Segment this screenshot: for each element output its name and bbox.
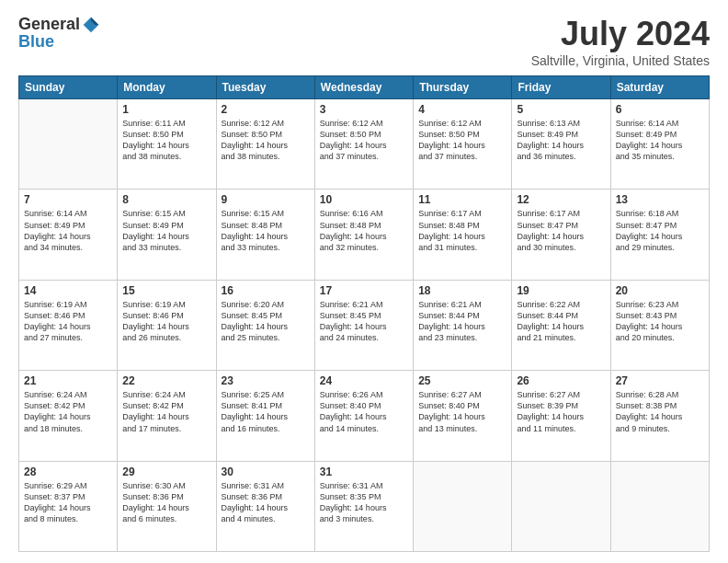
day-info: Sunrise: 6:17 AM Sunset: 8:47 PM Dayligh… <box>517 208 605 253</box>
table-row: 17Sunrise: 6:21 AM Sunset: 8:45 PM Dayli… <box>314 280 413 370</box>
day-number: 4 <box>418 103 506 116</box>
day-number: 18 <box>418 284 506 297</box>
day-number: 14 <box>24 284 112 297</box>
day-info: Sunrise: 6:21 AM Sunset: 8:44 PM Dayligh… <box>418 299 506 344</box>
day-info: Sunrise: 6:19 AM Sunset: 8:46 PM Dayligh… <box>24 299 112 344</box>
logo-blue-text: Blue <box>18 32 54 52</box>
day-number: 5 <box>517 103 605 116</box>
day-info: Sunrise: 6:20 AM Sunset: 8:45 PM Dayligh… <box>222 299 310 344</box>
day-info: Sunrise: 6:24 AM Sunset: 8:42 PM Dayligh… <box>122 389 210 434</box>
day-number: 8 <box>122 193 210 206</box>
table-row: 13Sunrise: 6:18 AM Sunset: 8:47 PM Dayli… <box>610 190 709 280</box>
day-info: Sunrise: 6:22 AM Sunset: 8:44 PM Dayligh… <box>517 299 605 344</box>
day-info: Sunrise: 6:19 AM Sunset: 8:46 PM Dayligh… <box>122 299 210 344</box>
table-row: 31Sunrise: 6:31 AM Sunset: 8:35 PM Dayli… <box>314 461 413 551</box>
table-row: 8Sunrise: 6:15 AM Sunset: 8:49 PM Daylig… <box>118 190 216 280</box>
day-info: Sunrise: 6:16 AM Sunset: 8:48 PM Dayligh… <box>320 208 408 253</box>
table-row: 14Sunrise: 6:19 AM Sunset: 8:46 PM Dayli… <box>19 280 118 370</box>
day-info: Sunrise: 6:15 AM Sunset: 8:49 PM Dayligh… <box>122 208 210 253</box>
day-info: Sunrise: 6:31 AM Sunset: 8:35 PM Dayligh… <box>320 480 408 525</box>
table-row: 27Sunrise: 6:28 AM Sunset: 8:38 PM Dayli… <box>610 371 709 461</box>
day-info: Sunrise: 6:23 AM Sunset: 8:43 PM Dayligh… <box>616 299 704 344</box>
table-row: 22Sunrise: 6:24 AM Sunset: 8:42 PM Dayli… <box>118 371 216 461</box>
table-row: 6Sunrise: 6:14 AM Sunset: 8:49 PM Daylig… <box>610 99 709 190</box>
col-saturday: Saturday <box>610 76 709 99</box>
day-number: 26 <box>517 374 605 387</box>
location: Saltville, Virginia, United States <box>531 53 710 68</box>
col-thursday: Thursday <box>414 76 512 99</box>
day-info: Sunrise: 6:12 AM Sunset: 8:50 PM Dayligh… <box>418 118 506 163</box>
day-number: 2 <box>222 103 310 116</box>
day-number: 28 <box>24 465 112 478</box>
day-number: 31 <box>320 465 408 478</box>
table-row: 12Sunrise: 6:17 AM Sunset: 8:47 PM Dayli… <box>512 190 610 280</box>
day-info: Sunrise: 6:12 AM Sunset: 8:50 PM Dayligh… <box>222 118 310 163</box>
day-info: Sunrise: 6:14 AM Sunset: 8:49 PM Dayligh… <box>616 118 704 163</box>
table-row: 25Sunrise: 6:27 AM Sunset: 8:40 PM Dayli… <box>414 371 512 461</box>
calendar-week-row: 21Sunrise: 6:24 AM Sunset: 8:42 PM Dayli… <box>19 371 710 461</box>
day-info: Sunrise: 6:31 AM Sunset: 8:36 PM Dayligh… <box>222 480 310 525</box>
day-number: 30 <box>222 465 310 478</box>
day-number: 25 <box>418 374 506 387</box>
col-monday: Monday <box>118 76 216 99</box>
day-number: 21 <box>24 374 112 387</box>
table-row: 1Sunrise: 6:11 AM Sunset: 8:50 PM Daylig… <box>118 99 216 190</box>
calendar-table: Sunday Monday Tuesday Wednesday Thursday… <box>18 75 710 552</box>
table-row: 26Sunrise: 6:27 AM Sunset: 8:39 PM Dayli… <box>512 371 610 461</box>
day-number: 10 <box>320 193 408 206</box>
table-row: 30Sunrise: 6:31 AM Sunset: 8:36 PM Dayli… <box>216 461 314 551</box>
calendar-week-row: 7Sunrise: 6:14 AM Sunset: 8:49 PM Daylig… <box>19 190 710 280</box>
col-tuesday: Tuesday <box>216 76 314 99</box>
day-number: 15 <box>122 284 210 297</box>
table-row: 9Sunrise: 6:15 AM Sunset: 8:48 PM Daylig… <box>216 190 314 280</box>
table-row <box>610 461 709 551</box>
col-wednesday: Wednesday <box>314 76 413 99</box>
col-friday: Friday <box>512 76 610 99</box>
day-number: 20 <box>616 284 704 297</box>
table-row: 21Sunrise: 6:24 AM Sunset: 8:42 PM Dayli… <box>19 371 118 461</box>
day-number: 16 <box>222 284 310 297</box>
day-number: 29 <box>122 465 210 478</box>
day-info: Sunrise: 6:17 AM Sunset: 8:48 PM Dayligh… <box>418 208 506 253</box>
table-row: 19Sunrise: 6:22 AM Sunset: 8:44 PM Dayli… <box>512 280 610 370</box>
day-number: 24 <box>320 374 408 387</box>
day-info: Sunrise: 6:26 AM Sunset: 8:40 PM Dayligh… <box>320 389 408 434</box>
day-number: 6 <box>616 103 704 116</box>
day-info: Sunrise: 6:24 AM Sunset: 8:42 PM Dayligh… <box>24 389 112 434</box>
logo-general-text: General <box>18 15 80 34</box>
table-row: 3Sunrise: 6:12 AM Sunset: 8:50 PM Daylig… <box>314 99 413 190</box>
day-info: Sunrise: 6:29 AM Sunset: 8:37 PM Dayligh… <box>24 480 112 525</box>
day-info: Sunrise: 6:12 AM Sunset: 8:50 PM Dayligh… <box>320 118 408 163</box>
day-info: Sunrise: 6:18 AM Sunset: 8:47 PM Dayligh… <box>616 208 704 253</box>
day-number: 11 <box>418 193 506 206</box>
day-number: 13 <box>616 193 704 206</box>
day-number: 1 <box>122 103 210 116</box>
day-info: Sunrise: 6:30 AM Sunset: 8:36 PM Dayligh… <box>122 480 210 525</box>
table-row <box>512 461 610 551</box>
calendar-week-row: 14Sunrise: 6:19 AM Sunset: 8:46 PM Dayli… <box>19 280 710 370</box>
col-sunday: Sunday <box>19 76 118 99</box>
day-number: 27 <box>616 374 704 387</box>
day-info: Sunrise: 6:27 AM Sunset: 8:40 PM Dayligh… <box>418 389 506 434</box>
calendar-header-row: Sunday Monday Tuesday Wednesday Thursday… <box>19 76 710 99</box>
table-row: 5Sunrise: 6:13 AM Sunset: 8:49 PM Daylig… <box>512 99 610 190</box>
day-number: 19 <box>517 284 605 297</box>
day-info: Sunrise: 6:28 AM Sunset: 8:38 PM Dayligh… <box>616 389 704 434</box>
day-info: Sunrise: 6:25 AM Sunset: 8:41 PM Dayligh… <box>222 389 310 434</box>
logo: General Blue <box>18 15 100 52</box>
day-info: Sunrise: 6:14 AM Sunset: 8:49 PM Dayligh… <box>24 208 112 253</box>
table-row: 24Sunrise: 6:26 AM Sunset: 8:40 PM Dayli… <box>314 371 413 461</box>
table-row <box>19 99 118 190</box>
day-number: 9 <box>222 193 310 206</box>
page: General Blue July 2024 Saltville, Virgin… <box>0 0 728 563</box>
day-info: Sunrise: 6:27 AM Sunset: 8:39 PM Dayligh… <box>517 389 605 434</box>
table-row: 7Sunrise: 6:14 AM Sunset: 8:49 PM Daylig… <box>19 190 118 280</box>
day-number: 22 <box>122 374 210 387</box>
table-row: 4Sunrise: 6:12 AM Sunset: 8:50 PM Daylig… <box>414 99 512 190</box>
day-info: Sunrise: 6:21 AM Sunset: 8:45 PM Dayligh… <box>320 299 408 344</box>
day-number: 17 <box>320 284 408 297</box>
table-row: 11Sunrise: 6:17 AM Sunset: 8:48 PM Dayli… <box>414 190 512 280</box>
title-section: July 2024 Saltville, Virginia, United St… <box>531 15 710 68</box>
table-row: 18Sunrise: 6:21 AM Sunset: 8:44 PM Dayli… <box>414 280 512 370</box>
table-row: 28Sunrise: 6:29 AM Sunset: 8:37 PM Dayli… <box>19 461 118 551</box>
